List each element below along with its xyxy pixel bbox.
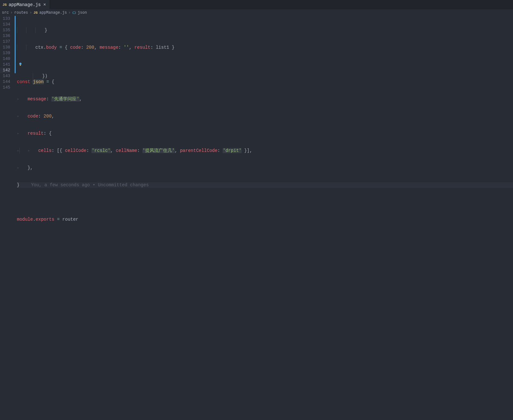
breadcrumb: src › routes › JS appManage.js › json	[0, 9, 513, 16]
code-line[interactable]: ▸▸cells: [{ cellCode: 'rcslc', cellName:…	[17, 148, 513, 153]
code-line[interactable]: ▸code: 200,	[17, 113, 513, 119]
code-line[interactable]: })	[17, 62, 513, 68]
js-icon: JS	[33, 11, 38, 15]
lightbulb-icon[interactable]	[18, 62, 23, 67]
code-line[interactable]: ▸message: '先通学问应',	[17, 96, 513, 102]
breadcrumb-file[interactable]: appManage.js	[39, 11, 67, 15]
chevron-right-icon: ›	[11, 11, 13, 15]
code-line[interactable]: ▸result: {	[17, 131, 513, 136]
svg-point-1	[19, 63, 22, 65]
git-blame: You, a few seconds ago • Uncommitted cha…	[31, 182, 149, 188]
editor[interactable]: 133134135136137138139140141142143144145 …	[0, 16, 513, 420]
code-line[interactable]: ctx.body = { code: 200, message: '', res…	[17, 45, 513, 50]
code-line[interactable]: const·json = {	[17, 79, 513, 85]
code-line[interactable]: }You, a few seconds ago • Uncommitted ch…	[17, 182, 513, 188]
breadcrumb-symbol[interactable]: json	[78, 11, 87, 15]
svg-rect-0	[73, 12, 76, 14]
chevron-right-icon: ›	[30, 11, 32, 15]
symbol-icon	[72, 11, 76, 15]
line-numbers: 133134135136137138139140141142143144145	[0, 16, 15, 420]
breadcrumb-src[interactable]: src	[2, 11, 9, 15]
code-line[interactable]: module.exports = router	[17, 217, 513, 222]
tab-bar: JS appManage.js ×	[0, 0, 513, 9]
code-line[interactable]	[17, 234, 513, 239]
chevron-right-icon: ›	[68, 11, 71, 15]
breadcrumb-routes[interactable]: routes	[14, 11, 28, 15]
code-line[interactable]	[17, 199, 513, 205]
code-line[interactable]: }	[17, 27, 513, 33]
tab-filename: appManage.js	[9, 2, 41, 7]
close-icon[interactable]: ×	[43, 2, 46, 8]
svg-rect-2	[20, 65, 21, 66]
code-area[interactable]: } ctx.body = { code: 200, message: '', r…	[16, 16, 513, 420]
js-icon: JS	[3, 3, 7, 7]
code-line[interactable]: ▸},	[17, 165, 513, 171]
tab-appmanage[interactable]: JS appManage.js ×	[0, 0, 50, 9]
